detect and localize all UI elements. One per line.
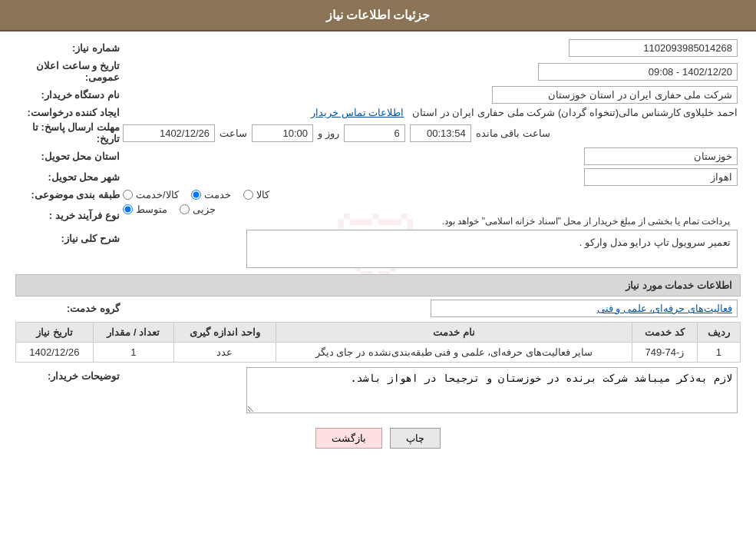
shomara-niaz-value: 1102093985014268 (123, 39, 741, 57)
radio-kala-khedmat-input[interactable] (123, 190, 133, 200)
tosihaat-textarea[interactable] (246, 367, 738, 413)
print-button[interactable]: چاپ (390, 428, 441, 449)
radio-jozi-input[interactable] (180, 204, 190, 214)
tabaqe-label: طبقه بندی موضوعی: (15, 189, 123, 200)
sharh-display: تعمیر سرویول تاپ درایو مدل وارکو . (246, 230, 738, 268)
noe-farayand-row: نوع فرآیند خرید : متوسط جزیی پرداخت تمام… (15, 204, 741, 227)
col-tarikh: تاریخ نیاز (16, 323, 94, 343)
radio-kala-khedmat[interactable]: کالا/خدمت (123, 189, 179, 200)
col-vahed: واحد اندازه گیری (174, 323, 276, 343)
radio-kala-input[interactable] (243, 190, 253, 200)
cell-radif: 1 (697, 343, 740, 363)
col-tedad: تعداد / مقدار (93, 323, 173, 343)
mohlat-label: مهلت ارسال پاسخ: تا تاریخ: (15, 121, 123, 144)
shahr-display: اهواز (584, 168, 738, 186)
mohlat-row: مهلت ارسال پاسخ: تا تاریخ: 1402/12/26 سا… (15, 121, 741, 144)
services-table: ردیف کد خدمت نام خدمت واحد اندازه گیری ت… (15, 322, 741, 363)
radio-khedmat-label: خدمت (204, 189, 231, 200)
shahr-value: اهواز (123, 168, 741, 186)
col-radif: ردیف (697, 323, 740, 343)
mohlat-time-label: ساعت (220, 128, 247, 139)
page-header: جزئیات اطلاعات نیاز (0, 0, 756, 31)
radio-kala-label: کالا (256, 189, 269, 200)
date-announce-value: 1402/12/20 - 09:08 (123, 63, 741, 81)
grohe-display: فعالیت‌های حرفه‌ای، علمی و فنی (431, 300, 738, 317)
noe-farayand-text: پرداخت تمام یا بخشی از مبلغ خریدار از مح… (442, 216, 730, 227)
mohlat-date-display: 1402/12/26 (123, 124, 215, 142)
back-button[interactable]: بازگشت (315, 428, 382, 449)
radio-kala-khedmat-label: کالا/خدمت (136, 189, 179, 200)
ijad-konande-label: ایجاد کننده درخواست: (15, 107, 123, 118)
sharh-text: تعمیر سرویول تاپ درایو مدل وارکو . (579, 237, 731, 248)
radio-motevaset[interactable]: متوسط (123, 204, 167, 215)
ijad-konande-link[interactable]: اطلاعات تماس خریدار (311, 107, 404, 118)
ijad-konande-value: احمد خلیلاوی کارشناس مالی(تنخواه گردان) … (123, 107, 741, 118)
tosihaat-row: توضیحات خریدار: (15, 367, 741, 416)
table-row: 1 ز-74-749 سایر فعالیت‌های حرفه‌ای، علمی… (16, 343, 741, 363)
cell-kod: ز-74-749 (632, 343, 697, 363)
ijad-konande-display: احمد خلیلاوی کارشناس مالی(تنخواه گردان) … (412, 107, 738, 118)
nam-dastgah-display: شرکت ملی حفاری ایران در استان خوزستان (492, 86, 738, 104)
grohe-label: گروه خدمت: (15, 303, 123, 314)
cell-tarikh: 1402/12/26 (16, 343, 94, 363)
tosihaat-value (123, 367, 741, 416)
shomara-niaz-display: 1102093985014268 (569, 39, 738, 57)
radio-jozi[interactable]: جزیی (180, 204, 216, 215)
radio-khedmat[interactable]: خدمت (191, 189, 231, 200)
sharh-row: شرح کلی نیاز: تعمیر سرویول تاپ درایو مدل… (15, 230, 741, 268)
shomara-niaz-row: شماره نیاز: 1102093985014268 (15, 39, 741, 57)
col-kod: کد خدمت (632, 323, 697, 343)
cell-name: سایر فعالیت‌های حرفه‌ای، علمی و فنی طبقه… (276, 343, 632, 363)
page-title: جزئیات اطلاعات نیاز (326, 8, 431, 22)
radio-jozi-label: جزیی (193, 204, 216, 215)
button-group: چاپ بازگشت (15, 428, 741, 449)
ostan-label: استان محل تحویل: (15, 151, 123, 162)
grohe-value: فعالیت‌های حرفه‌ای، علمی و فنی (123, 300, 741, 317)
noe-farayand-value: متوسط جزیی پرداخت تمام یا بخشی از مبلغ خ… (123, 204, 741, 227)
nam-dastgah-row: نام دستگاه خریدار: شرکت ملی حفاری ایران … (15, 86, 741, 104)
ostan-row: استان محل تحویل: خوزستان (15, 147, 741, 165)
cell-vahed: عدد (174, 343, 276, 363)
radio-kala[interactable]: کالا (243, 189, 269, 200)
ostan-display: خوزستان (584, 147, 738, 165)
khadamat-section-title: اطلاعات خدمات مورد نیاز (15, 274, 741, 297)
shahr-label: شهر محل تحویل: (15, 171, 123, 183)
date-announce-row: تاریخ و ساعت اعلان عمومی: 1402/12/20 - 0… (15, 60, 741, 83)
ijad-konande-row: ایجاد کننده درخواست: احمد خلیلاوی کارشنا… (15, 107, 741, 118)
mohlat-remaining-display: 00:13:54 (410, 124, 471, 142)
date-announce-label: تاریخ و ساعت اعلان عمومی: (15, 60, 123, 83)
nam-dastgah-label: نام دستگاه خریدار: (15, 89, 123, 101)
tosihaat-label: توضیحات خریدار: (15, 370, 123, 382)
shahr-row: شهر محل تحویل: اهواز (15, 168, 741, 186)
shomara-niaz-label: شماره نیاز: (15, 42, 123, 54)
mohlat-remaining-label: ساعت باقی مانده (476, 128, 550, 139)
grohe-row: گروه خدمت: فعالیت‌های حرفه‌ای، علمی و فن… (15, 300, 741, 317)
mohlat-time-display: 10:00 (252, 124, 313, 142)
nam-dastgah-value: شرکت ملی حفاری ایران در استان خوزستان (123, 86, 741, 104)
cell-tedad: 1 (93, 343, 173, 363)
grohe-link[interactable]: فعالیت‌های حرفه‌ای، علمی و فنی (597, 303, 732, 314)
sharh-value: تعمیر سرویول تاپ درایو مدل وارکو . (123, 230, 741, 268)
date-announce-display: 1402/12/20 - 09:08 (538, 63, 738, 81)
radio-motevaset-label: متوسط (136, 204, 167, 215)
col-name: نام خدمت (276, 323, 632, 343)
table-header-row: ردیف کد خدمت نام خدمت واحد اندازه گیری ت… (16, 323, 741, 343)
mohlat-roz-display: 6 (344, 124, 405, 142)
noe-farayand-label: نوع فرآیند خرید : (15, 210, 123, 221)
radio-khedmat-input[interactable] (191, 190, 201, 200)
tabaqe-row: طبقه بندی موضوعی: کالا/خدمت خدمت کالا (15, 189, 741, 200)
ostan-value: خوزستان (123, 147, 741, 165)
radio-motevaset-input[interactable] (123, 204, 133, 214)
sharh-label: شرح کلی نیاز: (15, 233, 123, 244)
mohlat-roz-label: روز و (318, 128, 339, 139)
tabaqe-value: کالا/خدمت خدمت کالا (123, 189, 741, 200)
mohlat-value: 1402/12/26 ساعت 10:00 روز و 6 00:13:54 س… (123, 124, 741, 142)
